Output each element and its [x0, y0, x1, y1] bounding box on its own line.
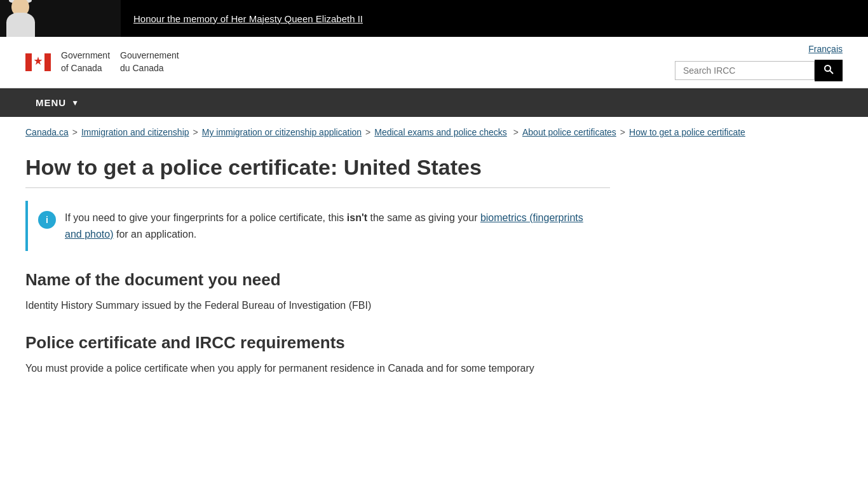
memorial-banner: Honour the memory of Her Majesty Queen E…	[0, 0, 868, 37]
svg-rect-2	[44, 53, 51, 71]
gov-fr-line2: du Canada	[120, 63, 164, 73]
logo: Government of Canada Gouvernement du Can…	[25, 50, 179, 74]
breadcrumb-sep-3: >	[365, 127, 370, 137]
gov-en-line1: Government	[61, 50, 110, 60]
memorial-link[interactable]: Honour the memory of Her Majesty Queen E…	[133, 13, 363, 24]
chevron-down-icon: ▼	[71, 98, 79, 107]
queen-image	[0, 0, 121, 37]
language-toggle[interactable]: Français	[808, 43, 843, 55]
breadcrumb-medical[interactable]: Medical exams and police checks	[374, 127, 507, 137]
header-right: Français	[675, 43, 843, 81]
info-text-before: If you need to give your fingerprints fo…	[65, 212, 347, 223]
svg-rect-0	[25, 53, 32, 71]
francais-link[interactable]: Français	[808, 44, 843, 54]
gov-en-line2: of Canada	[61, 63, 102, 73]
info-box-text: If you need to give your fingerprints fo…	[65, 210, 600, 242]
breadcrumb-home[interactable]: Canada.ca	[25, 127, 69, 137]
search-form	[675, 60, 843, 81]
svg-line-5	[830, 71, 833, 74]
page-title: How to get a police certificate: United …	[25, 155, 610, 188]
search-input[interactable]	[675, 61, 815, 80]
info-box: i If you need to give your fingerprints …	[25, 201, 610, 251]
section1-heading: Name of the document you need	[25, 270, 610, 290]
gov-fr-line1: Gouvernement	[120, 50, 179, 60]
search-icon	[824, 64, 834, 74]
main-content: How to get a police certificate: United …	[0, 142, 635, 402]
canada-flag-icon	[25, 53, 51, 71]
info-text-middle: the same as giving your	[367, 212, 480, 223]
memorial-text-container: Honour the memory of Her Majesty Queen E…	[121, 7, 376, 30]
breadcrumb-sep-4: >	[513, 127, 519, 137]
government-name-fr: Gouvernement du Canada	[120, 50, 179, 74]
breadcrumb-sep-1: >	[72, 127, 78, 137]
info-text-after: for an application.	[114, 229, 197, 240]
menu-button[interactable]: MENU ▼	[25, 88, 90, 117]
svg-point-4	[825, 65, 831, 71]
main-nav: MENU ▼	[0, 88, 868, 117]
info-icon: i	[38, 211, 56, 229]
breadcrumb-sep-2: >	[193, 127, 198, 137]
breadcrumb-sep-5: >	[620, 127, 625, 137]
search-button[interactable]	[815, 60, 843, 81]
breadcrumb-how-to-get[interactable]: How to get a police certificate	[629, 127, 745, 137]
section2-body: You must provide a police certificate wh…	[25, 360, 610, 377]
menu-label: MENU	[36, 97, 66, 108]
info-text-bold: isn't	[347, 212, 367, 223]
breadcrumb-about-police[interactable]: About police certificates	[522, 127, 616, 137]
section2-heading: Police certificate and IRCC requirements	[25, 333, 610, 353]
breadcrumb-my-application[interactable]: My immigration or citizenship applicatio…	[202, 127, 362, 137]
government-name: Government of Canada	[61, 50, 110, 74]
section1-body: Identity History Summary issued by the F…	[25, 297, 610, 314]
breadcrumb: Canada.ca > Immigration and citizenship …	[0, 117, 868, 142]
breadcrumb-immigration[interactable]: Immigration and citizenship	[81, 127, 189, 137]
site-header: Government of Canada Gouvernement du Can…	[0, 37, 868, 88]
